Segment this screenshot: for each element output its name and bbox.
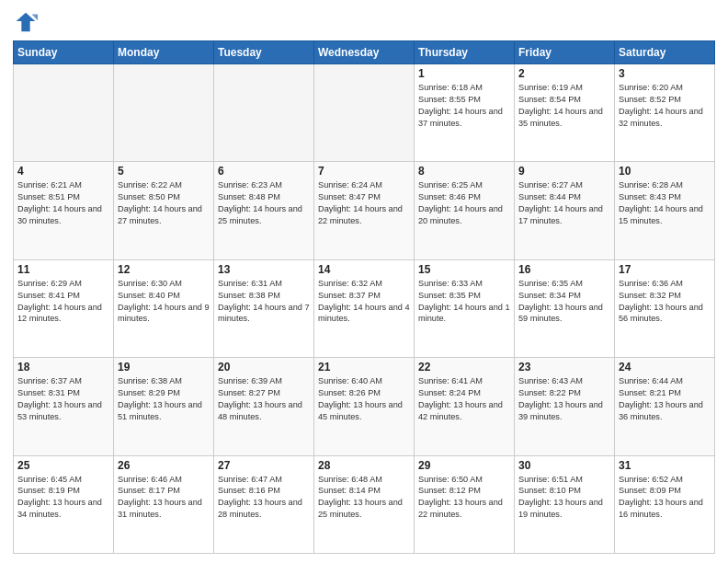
calendar-cell: 23Sunrise: 6:43 AM Sunset: 8:22 PM Dayli… [515,358,615,455]
day-number: 14 [318,263,410,276]
day-info: Sunrise: 6:45 AM Sunset: 8:19 PM Dayligh… [17,474,109,522]
day-info: Sunrise: 6:23 AM Sunset: 8:48 PM Dayligh… [218,179,310,227]
day-info: Sunrise: 6:44 AM Sunset: 8:21 PM Dayligh… [619,375,711,423]
day-info: Sunrise: 6:33 AM Sunset: 8:35 PM Dayligh… [418,278,510,326]
calendar-cell: 8Sunrise: 6:25 AM Sunset: 8:46 PM Daylig… [415,162,515,259]
day-info: Sunrise: 6:39 AM Sunset: 8:27 PM Dayligh… [218,375,310,423]
calendar-cell: 31Sunrise: 6:52 AM Sunset: 8:09 PM Dayli… [615,455,715,553]
calendar-cell [214,64,314,162]
logo-icon [13,9,39,35]
calendar-cell: 26Sunrise: 6:46 AM Sunset: 8:17 PM Dayli… [114,455,214,553]
calendar-cell [14,64,114,162]
calendar-table: SundayMondayTuesdayWednesdayThursdayFrid… [13,40,715,554]
calendar-cell: 4Sunrise: 6:21 AM Sunset: 8:51 PM Daylig… [14,162,114,259]
day-info: Sunrise: 6:18 AM Sunset: 8:55 PM Dayligh… [418,82,510,130]
day-info: Sunrise: 6:50 AM Sunset: 8:12 PM Dayligh… [418,474,510,522]
day-number: 4 [17,165,109,178]
calendar-cell [114,64,214,162]
day-number: 2 [518,67,610,80]
day-info: Sunrise: 6:28 AM Sunset: 8:43 PM Dayligh… [619,179,711,227]
day-number: 26 [118,459,210,472]
calendar-cell: 9Sunrise: 6:27 AM Sunset: 8:44 PM Daylig… [515,162,615,259]
calendar-cell: 1Sunrise: 6:18 AM Sunset: 8:55 PM Daylig… [415,64,515,162]
calendar-cell: 18Sunrise: 6:37 AM Sunset: 8:31 PM Dayli… [14,358,114,455]
day-info: Sunrise: 6:37 AM Sunset: 8:31 PM Dayligh… [17,375,109,423]
day-number: 15 [418,263,510,276]
header [13,9,715,35]
calendar-cell: 6Sunrise: 6:23 AM Sunset: 8:48 PM Daylig… [214,162,314,259]
day-number: 11 [17,263,109,276]
calendar-cell: 20Sunrise: 6:39 AM Sunset: 8:27 PM Dayli… [214,358,314,455]
day-info: Sunrise: 6:41 AM Sunset: 8:24 PM Dayligh… [418,375,510,423]
day-number: 7 [318,165,410,178]
day-number: 31 [619,459,711,472]
day-info: Sunrise: 6:51 AM Sunset: 8:10 PM Dayligh… [518,474,610,522]
calendar-cell: 28Sunrise: 6:48 AM Sunset: 8:14 PM Dayli… [314,455,415,553]
weekday-header-tuesday: Tuesday [214,41,314,64]
day-info: Sunrise: 6:25 AM Sunset: 8:46 PM Dayligh… [418,179,510,227]
calendar-cell: 24Sunrise: 6:44 AM Sunset: 8:21 PM Dayli… [615,358,715,455]
weekday-header-saturday: Saturday [615,41,715,64]
day-info: Sunrise: 6:38 AM Sunset: 8:29 PM Dayligh… [118,375,210,423]
day-info: Sunrise: 6:35 AM Sunset: 8:34 PM Dayligh… [518,278,610,326]
weekday-header-monday: Monday [114,41,214,64]
calendar-cell: 5Sunrise: 6:22 AM Sunset: 8:50 PM Daylig… [114,162,214,259]
day-number: 8 [418,165,510,178]
day-info: Sunrise: 6:30 AM Sunset: 8:40 PM Dayligh… [118,278,210,326]
svg-marker-0 [17,13,36,32]
calendar-cell: 21Sunrise: 6:40 AM Sunset: 8:26 PM Dayli… [314,358,415,455]
day-number: 19 [118,361,210,373]
day-number: 24 [619,361,711,373]
day-number: 30 [518,459,610,472]
day-number: 12 [118,263,210,276]
day-number: 6 [218,165,310,178]
day-number: 5 [118,165,210,178]
page: SundayMondayTuesdayWednesdayThursdayFrid… [0,0,728,563]
day-number: 21 [318,361,410,373]
day-number: 22 [418,361,510,373]
weekday-header-thursday: Thursday [415,41,515,64]
day-number: 23 [518,361,610,373]
weekday-header-wednesday: Wednesday [314,41,415,64]
calendar-header-row: SundayMondayTuesdayWednesdayThursdayFrid… [14,41,715,64]
calendar-cell: 14Sunrise: 6:32 AM Sunset: 8:37 PM Dayli… [314,259,415,357]
day-info: Sunrise: 6:19 AM Sunset: 8:54 PM Dayligh… [518,82,610,130]
calendar-cell: 13Sunrise: 6:31 AM Sunset: 8:38 PM Dayli… [214,259,314,357]
day-info: Sunrise: 6:22 AM Sunset: 8:50 PM Dayligh… [118,179,210,227]
day-number: 28 [318,459,410,472]
day-info: Sunrise: 6:31 AM Sunset: 8:38 PM Dayligh… [218,278,310,326]
day-number: 17 [619,263,711,276]
calendar-cell: 17Sunrise: 6:36 AM Sunset: 8:32 PM Dayli… [615,259,715,357]
calendar-cell: 12Sunrise: 6:30 AM Sunset: 8:40 PM Dayli… [114,259,214,357]
calendar-cell: 3Sunrise: 6:20 AM Sunset: 8:52 PM Daylig… [615,64,715,162]
day-number: 13 [218,263,310,276]
calendar-week-2: 4Sunrise: 6:21 AM Sunset: 8:51 PM Daylig… [14,162,715,259]
calendar-cell: 7Sunrise: 6:24 AM Sunset: 8:47 PM Daylig… [314,162,415,259]
calendar-cell: 29Sunrise: 6:50 AM Sunset: 8:12 PM Dayli… [415,455,515,553]
calendar-cell: 15Sunrise: 6:33 AM Sunset: 8:35 PM Dayli… [415,259,515,357]
day-number: 27 [218,459,310,472]
day-number: 29 [418,459,510,472]
calendar-cell: 27Sunrise: 6:47 AM Sunset: 8:16 PM Dayli… [214,455,314,553]
weekday-header-friday: Friday [515,41,615,64]
day-info: Sunrise: 6:47 AM Sunset: 8:16 PM Dayligh… [218,474,310,522]
day-info: Sunrise: 6:32 AM Sunset: 8:37 PM Dayligh… [318,278,410,326]
day-number: 1 [418,67,510,80]
calendar-week-1: 1Sunrise: 6:18 AM Sunset: 8:55 PM Daylig… [14,64,715,162]
day-info: Sunrise: 6:48 AM Sunset: 8:14 PM Dayligh… [318,474,410,522]
day-number: 9 [518,165,610,178]
calendar-cell: 30Sunrise: 6:51 AM Sunset: 8:10 PM Dayli… [515,455,615,553]
calendar-week-3: 11Sunrise: 6:29 AM Sunset: 8:41 PM Dayli… [14,259,715,357]
calendar-cell [314,64,415,162]
calendar-cell: 22Sunrise: 6:41 AM Sunset: 8:24 PM Dayli… [415,358,515,455]
day-info: Sunrise: 6:36 AM Sunset: 8:32 PM Dayligh… [619,278,711,326]
day-info: Sunrise: 6:40 AM Sunset: 8:26 PM Dayligh… [318,375,410,423]
calendar-cell: 11Sunrise: 6:29 AM Sunset: 8:41 PM Dayli… [14,259,114,357]
day-number: 10 [619,165,711,178]
day-info: Sunrise: 6:29 AM Sunset: 8:41 PM Dayligh… [17,278,109,326]
weekday-header-sunday: Sunday [14,41,114,64]
calendar-cell: 2Sunrise: 6:19 AM Sunset: 8:54 PM Daylig… [515,64,615,162]
calendar-cell: 10Sunrise: 6:28 AM Sunset: 8:43 PM Dayli… [615,162,715,259]
day-number: 16 [518,263,610,276]
calendar-cell: 19Sunrise: 6:38 AM Sunset: 8:29 PM Dayli… [114,358,214,455]
